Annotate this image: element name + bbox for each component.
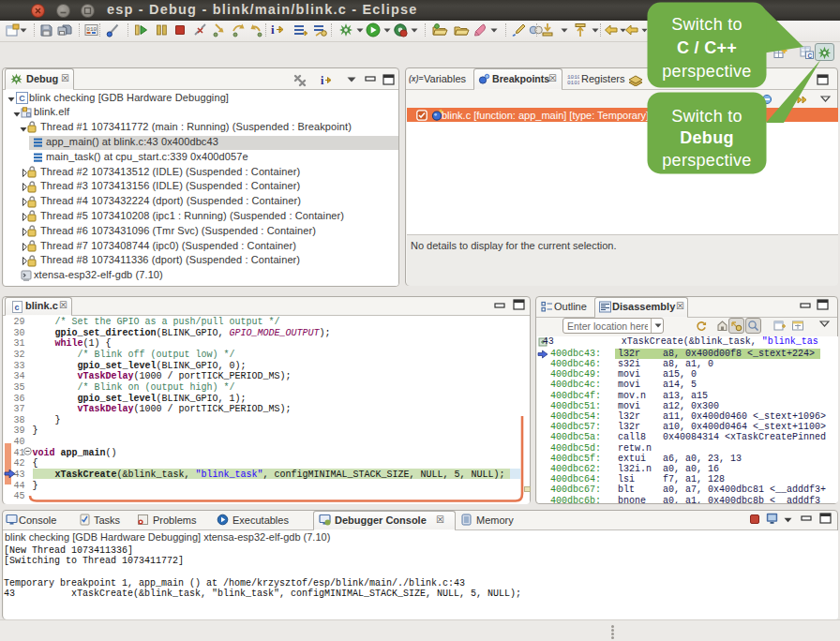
- svg-text:C: C: [19, 94, 25, 103]
- svg-text:C: C: [807, 52, 812, 59]
- svg-text:i: i: [271, 22, 275, 37]
- svg-text:i: i: [321, 74, 324, 86]
- svg-text:010: 010: [86, 26, 97, 33]
- svg-text:0101: 0101: [567, 80, 579, 85]
